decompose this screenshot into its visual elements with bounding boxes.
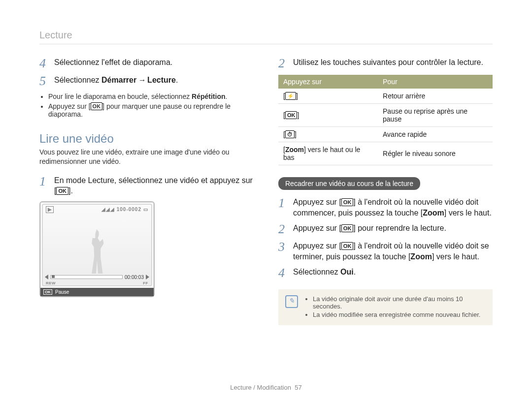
step-number: 1	[39, 175, 48, 196]
divider	[39, 44, 493, 44]
trim-step-4: 4 Sélectionnez Oui.	[278, 267, 493, 279]
step-text: Appuyez sur [OK] pour reprendre la lectu…	[293, 223, 446, 236]
ok-icon: OK	[285, 111, 298, 119]
ok-icon: OK	[56, 187, 68, 195]
note-box: ✎ La vidéo originale doit avoir une duré…	[278, 289, 493, 325]
note-item: La vidéo modifiée sera enregistrée comme…	[313, 311, 486, 318]
left-column: 4 Sélectionnez l'effet de diaporama. 5 S…	[39, 57, 254, 325]
rew-label: REW	[46, 281, 56, 285]
control-step-2: 2 Utilisez les touches suivantes pour co…	[278, 57, 493, 70]
step-text: Sélectionnez Oui.	[293, 267, 356, 279]
step-text: Utilisez les touches suivantes pour cont…	[293, 57, 483, 70]
ff-label: FF	[143, 281, 148, 285]
controls-table: Appuyez sur Pour [⚡] Retour arrière [OK]…	[278, 75, 493, 165]
flash-icon: ⚡	[285, 92, 296, 100]
table-row: [Zoom] vers le haut ou le bas Régler le …	[278, 142, 493, 165]
elapsed-time: 00:00:03	[125, 275, 144, 280]
step-number: 2	[278, 223, 287, 236]
ok-icon: OK	[341, 242, 354, 250]
step-4: 4 Sélectionnez l'effet de diaporama.	[39, 57, 254, 70]
table-header: Pour	[378, 75, 493, 89]
progress-bar	[50, 275, 123, 279]
heading-play-video: Lire une vidéo	[39, 132, 254, 146]
rewind-icon	[45, 275, 48, 279]
file-counter: 100-0002	[117, 207, 141, 212]
heading-desc: Vous pouvez lire une vidéo, extraire une…	[39, 148, 254, 166]
sub-bullet: Pour lire le diaporama en boucle, sélect…	[48, 93, 254, 100]
step-text: Appuyez sur [OK] à l'endroit où la nouve…	[293, 241, 493, 262]
sub-bullet: Appuyez sur [OK] pour marquer une pause …	[48, 102, 254, 118]
trim-step-2: 2 Appuyez sur [OK] pour reprendre la lec…	[278, 223, 493, 236]
subsection-pill: Recadrer une vidéo au cours de la lectur…	[278, 177, 420, 190]
volume-icon: ◢◢◢	[101, 207, 115, 212]
table-row: [OK] Pause ou reprise après une pause	[278, 104, 493, 127]
note-item: La vidéo originale doit avoir une durée …	[313, 295, 486, 310]
table-cell: Retour arrière	[378, 89, 493, 104]
step-text: Sélectionnez l'effet de diaporama.	[54, 57, 172, 70]
note-icon: ✎	[285, 295, 298, 308]
play-mode-icon: ▶	[46, 206, 54, 213]
pause-label: Pause	[55, 289, 69, 295]
video-thumbnail	[88, 229, 106, 274]
step-number: 4	[278, 267, 287, 279]
step-number: 3	[278, 241, 287, 262]
table-cell: Régler le niveau sonore	[378, 142, 493, 165]
ok-icon: OK	[91, 102, 103, 110]
page-footer: Lecture / Modification 57	[0, 384, 532, 391]
table-header: Appuyez sur	[278, 75, 378, 89]
section-header: Lecture	[39, 30, 493, 41]
step-number: 2	[278, 57, 287, 70]
right-column: 2 Utilisez les touches suivantes pour co…	[278, 57, 493, 325]
camera-screen-illustration: ▶ ◢◢◢ 100-0002 ▭ 00:00:03	[39, 201, 155, 297]
trim-step-3: 3 Appuyez sur [OK] à l'endroit où la nou…	[278, 241, 493, 262]
step-number: 1	[278, 197, 287, 218]
trim-step-1: 1 Appuyez sur [OK] à l'endroit où la nou…	[278, 197, 493, 218]
video-step-1: 1 En mode Lecture, sélectionnez une vidé…	[39, 175, 254, 196]
table-row: [⚡] Retour arrière	[278, 89, 493, 104]
table-row: [⏱] Avance rapide	[278, 127, 493, 142]
fastforward-icon	[146, 275, 149, 279]
step-text: Sélectionnez Démarrer → Lecture.	[54, 75, 178, 88]
battery-icon: ▭	[143, 207, 148, 212]
ok-icon: OK	[341, 198, 354, 206]
ok-icon: OK	[341, 224, 354, 232]
step-5: 5 Sélectionnez Démarrer → Lecture.	[39, 75, 254, 88]
step-5-sublist: Pour lire le diaporama en boucle, sélect…	[39, 93, 254, 118]
ok-icon: OK	[43, 289, 52, 295]
table-cell: Pause ou reprise après une pause	[378, 104, 493, 127]
step-number: 4	[39, 57, 48, 70]
step-number: 5	[39, 75, 48, 88]
step-text: En mode Lecture, sélectionnez une vidéo …	[54, 175, 254, 196]
step-text: Appuyez sur [OK] à l'endroit où la nouve…	[293, 197, 493, 218]
table-cell: [Zoom] vers le haut ou le bas	[278, 142, 378, 165]
table-cell: Avance rapide	[378, 127, 493, 142]
timer-icon: ⏱	[285, 130, 295, 138]
